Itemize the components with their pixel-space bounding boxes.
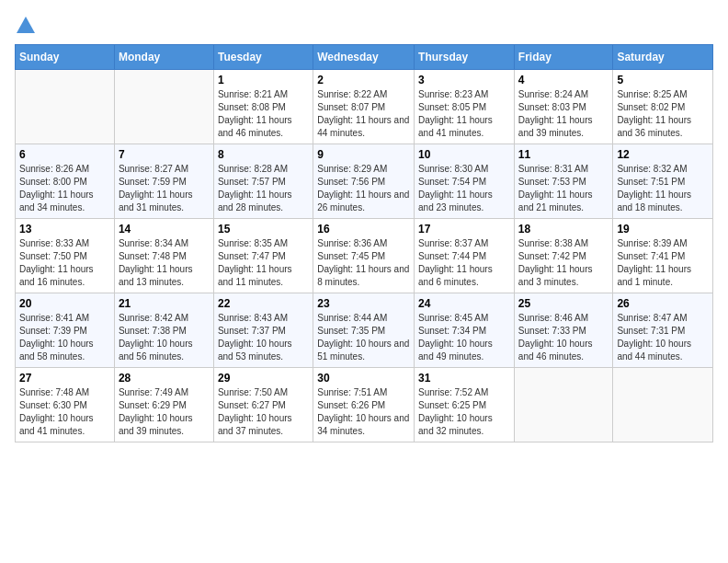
day-number: 2 bbox=[317, 74, 410, 86]
day-info: Sunrise: 8:26 AM Sunset: 8:00 PM Dayligh… bbox=[19, 163, 110, 214]
day-number: 25 bbox=[518, 297, 609, 310]
day-number: 10 bbox=[418, 148, 510, 161]
calendar-week-row: 6Sunrise: 8:26 AM Sunset: 8:00 PM Daylig… bbox=[16, 144, 713, 219]
day-number: 15 bbox=[218, 223, 309, 236]
calendar-cell bbox=[114, 70, 213, 144]
day-number: 16 bbox=[317, 223, 410, 236]
day-number: 8 bbox=[218, 148, 309, 161]
day-info: Sunrise: 8:39 AM Sunset: 7:41 PM Dayligh… bbox=[617, 237, 709, 289]
day-number: 11 bbox=[518, 148, 609, 161]
day-number: 19 bbox=[617, 223, 709, 236]
day-info: Sunrise: 8:30 AM Sunset: 7:54 PM Dayligh… bbox=[418, 163, 510, 214]
day-info: Sunrise: 8:37 AM Sunset: 7:44 PM Dayligh… bbox=[418, 237, 510, 289]
calendar-week-row: 1Sunrise: 8:21 AM Sunset: 8:08 PM Daylig… bbox=[16, 70, 713, 144]
calendar-cell: 13Sunrise: 8:33 AM Sunset: 7:50 PM Dayli… bbox=[16, 219, 115, 293]
day-info: Sunrise: 8:31 AM Sunset: 7:53 PM Dayligh… bbox=[518, 163, 609, 214]
day-info: Sunrise: 8:24 AM Sunset: 8:03 PM Dayligh… bbox=[518, 88, 609, 140]
day-info: Sunrise: 8:25 AM Sunset: 8:02 PM Dayligh… bbox=[617, 88, 709, 140]
day-number: 17 bbox=[418, 223, 510, 236]
calendar-cell: 21Sunrise: 8:42 AM Sunset: 7:38 PM Dayli… bbox=[114, 293, 213, 368]
day-number: 24 bbox=[418, 297, 510, 310]
day-number: 31 bbox=[418, 372, 510, 385]
day-number: 23 bbox=[317, 297, 410, 310]
calendar-cell: 4Sunrise: 8:24 AM Sunset: 8:03 PM Daylig… bbox=[514, 70, 613, 144]
calendar-cell: 27Sunrise: 7:48 AM Sunset: 6:30 PM Dayli… bbox=[16, 368, 115, 442]
calendar-cell bbox=[16, 70, 115, 144]
calendar-cell: 26Sunrise: 8:47 AM Sunset: 7:31 PM Dayli… bbox=[613, 293, 713, 368]
day-info: Sunrise: 8:42 AM Sunset: 7:38 PM Dayligh… bbox=[119, 312, 210, 363]
col-header-saturday: Saturday bbox=[613, 45, 713, 70]
day-info: Sunrise: 8:33 AM Sunset: 7:50 PM Dayligh… bbox=[19, 237, 110, 289]
calendar-week-row: 13Sunrise: 8:33 AM Sunset: 7:50 PM Dayli… bbox=[16, 219, 713, 293]
day-number: 22 bbox=[218, 297, 309, 310]
day-number: 20 bbox=[19, 297, 110, 310]
calendar-cell: 19Sunrise: 8:39 AM Sunset: 7:41 PM Dayli… bbox=[613, 219, 713, 293]
day-number: 1 bbox=[218, 74, 309, 86]
day-number: 3 bbox=[418, 74, 510, 86]
day-info: Sunrise: 8:22 AM Sunset: 8:07 PM Dayligh… bbox=[317, 88, 410, 140]
day-info: Sunrise: 8:45 AM Sunset: 7:34 PM Dayligh… bbox=[418, 312, 510, 363]
day-number: 30 bbox=[317, 372, 410, 385]
calendar-cell: 23Sunrise: 8:44 AM Sunset: 7:35 PM Dayli… bbox=[313, 293, 415, 368]
calendar-cell: 11Sunrise: 8:31 AM Sunset: 7:53 PM Dayli… bbox=[514, 144, 613, 219]
col-header-sunday: Sunday bbox=[16, 45, 115, 70]
day-number: 14 bbox=[119, 223, 210, 236]
calendar-cell: 18Sunrise: 8:38 AM Sunset: 7:42 PM Dayli… bbox=[514, 219, 613, 293]
day-info: Sunrise: 7:49 AM Sunset: 6:29 PM Dayligh… bbox=[119, 386, 210, 438]
calendar-cell: 16Sunrise: 8:36 AM Sunset: 7:45 PM Dayli… bbox=[313, 219, 415, 293]
calendar-cell: 17Sunrise: 8:37 AM Sunset: 7:44 PM Dayli… bbox=[415, 219, 515, 293]
day-number: 5 bbox=[617, 74, 709, 86]
day-info: Sunrise: 8:32 AM Sunset: 7:51 PM Dayligh… bbox=[617, 163, 709, 214]
calendar-cell: 22Sunrise: 8:43 AM Sunset: 7:37 PM Dayli… bbox=[213, 293, 313, 368]
calendar-week-row: 27Sunrise: 7:48 AM Sunset: 6:30 PM Dayli… bbox=[16, 368, 713, 442]
day-info: Sunrise: 8:28 AM Sunset: 7:57 PM Dayligh… bbox=[218, 163, 309, 214]
calendar-header-row: SundayMondayTuesdayWednesdayThursdayFrid… bbox=[16, 45, 713, 70]
day-number: 29 bbox=[218, 372, 309, 385]
calendar-table: SundayMondayTuesdayWednesdayThursdayFrid… bbox=[15, 44, 713, 442]
calendar-cell: 9Sunrise: 8:29 AM Sunset: 7:56 PM Daylig… bbox=[313, 144, 415, 219]
calendar-cell: 5Sunrise: 8:25 AM Sunset: 8:02 PM Daylig… bbox=[613, 70, 713, 144]
calendar-cell: 24Sunrise: 8:45 AM Sunset: 7:34 PM Dayli… bbox=[415, 293, 515, 368]
calendar-cell: 29Sunrise: 7:50 AM Sunset: 6:27 PM Dayli… bbox=[213, 368, 313, 442]
day-info: Sunrise: 8:21 AM Sunset: 8:08 PM Dayligh… bbox=[218, 88, 309, 140]
col-header-wednesday: Wednesday bbox=[313, 45, 415, 70]
calendar-cell: 28Sunrise: 7:49 AM Sunset: 6:29 PM Dayli… bbox=[114, 368, 213, 442]
calendar-cell: 20Sunrise: 8:41 AM Sunset: 7:39 PM Dayli… bbox=[16, 293, 115, 368]
calendar-cell: 30Sunrise: 7:51 AM Sunset: 6:26 PM Dayli… bbox=[313, 368, 415, 442]
col-header-tuesday: Tuesday bbox=[213, 45, 313, 70]
day-info: Sunrise: 7:52 AM Sunset: 6:25 PM Dayligh… bbox=[418, 386, 510, 438]
day-info: Sunrise: 7:50 AM Sunset: 6:27 PM Dayligh… bbox=[218, 386, 309, 438]
day-number: 6 bbox=[19, 148, 110, 161]
day-info: Sunrise: 8:35 AM Sunset: 7:47 PM Dayligh… bbox=[218, 237, 309, 289]
calendar-cell bbox=[514, 368, 613, 442]
day-number: 18 bbox=[518, 223, 609, 236]
day-info: Sunrise: 8:29 AM Sunset: 7:56 PM Dayligh… bbox=[317, 163, 410, 214]
calendar-cell: 31Sunrise: 7:52 AM Sunset: 6:25 PM Dayli… bbox=[415, 368, 515, 442]
day-number: 21 bbox=[119, 297, 210, 310]
calendar-cell: 1Sunrise: 8:21 AM Sunset: 8:08 PM Daylig… bbox=[213, 70, 313, 144]
day-number: 27 bbox=[19, 372, 110, 385]
calendar-week-row: 20Sunrise: 8:41 AM Sunset: 7:39 PM Dayli… bbox=[16, 293, 713, 368]
day-info: Sunrise: 7:51 AM Sunset: 6:26 PM Dayligh… bbox=[317, 386, 410, 438]
calendar-cell: 10Sunrise: 8:30 AM Sunset: 7:54 PM Dayli… bbox=[415, 144, 515, 219]
calendar-cell bbox=[613, 368, 713, 442]
svg-marker-0 bbox=[17, 17, 35, 33]
day-info: Sunrise: 8:44 AM Sunset: 7:35 PM Dayligh… bbox=[317, 312, 410, 363]
col-header-friday: Friday bbox=[514, 45, 613, 70]
day-number: 4 bbox=[518, 74, 609, 86]
day-number: 12 bbox=[617, 148, 709, 161]
day-number: 26 bbox=[617, 297, 709, 310]
page-header bbox=[15, 15, 713, 37]
calendar-cell: 25Sunrise: 8:46 AM Sunset: 7:33 PM Dayli… bbox=[514, 293, 613, 368]
calendar-cell: 15Sunrise: 8:35 AM Sunset: 7:47 PM Dayli… bbox=[213, 219, 313, 293]
day-info: Sunrise: 8:43 AM Sunset: 7:37 PM Dayligh… bbox=[218, 312, 309, 363]
col-header-thursday: Thursday bbox=[415, 45, 515, 70]
logo-icon bbox=[15, 15, 37, 37]
calendar-cell: 6Sunrise: 8:26 AM Sunset: 8:00 PM Daylig… bbox=[16, 144, 115, 219]
col-header-monday: Monday bbox=[114, 45, 213, 70]
day-info: Sunrise: 8:38 AM Sunset: 7:42 PM Dayligh… bbox=[518, 237, 609, 289]
day-info: Sunrise: 8:41 AM Sunset: 7:39 PM Dayligh… bbox=[19, 312, 110, 363]
calendar-cell: 2Sunrise: 8:22 AM Sunset: 8:07 PM Daylig… bbox=[313, 70, 415, 144]
calendar-cell: 14Sunrise: 8:34 AM Sunset: 7:48 PM Dayli… bbox=[114, 219, 213, 293]
day-info: Sunrise: 8:27 AM Sunset: 7:59 PM Dayligh… bbox=[119, 163, 210, 214]
